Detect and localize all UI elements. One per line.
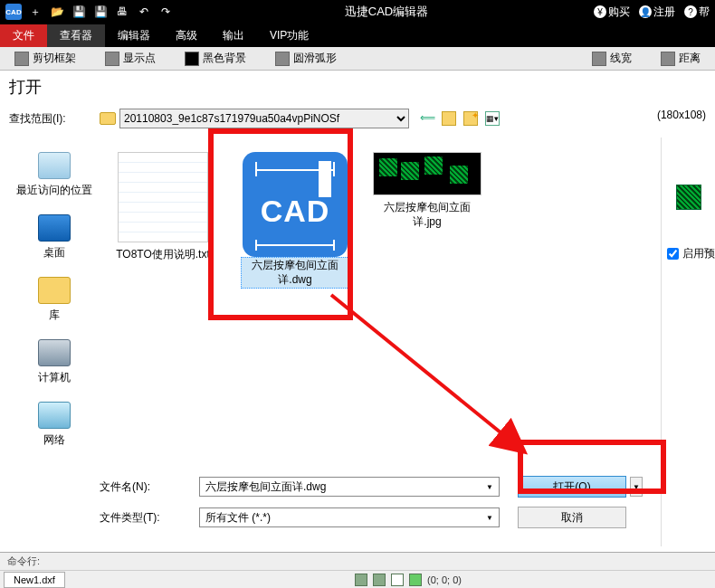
register-link[interactable]: 👤注册 bbox=[639, 5, 675, 20]
crop-icon[interactable] bbox=[14, 52, 29, 66]
place-network[interactable]: 网络 bbox=[38, 402, 71, 448]
lookin-label: 查找范围(I): bbox=[9, 111, 100, 127]
file-item-jpg[interactable]: 六层按摩包间立面详.jpg bbox=[373, 152, 481, 229]
menu-editor[interactable]: 编辑器 bbox=[105, 24, 163, 47]
dialog-title: 打开 bbox=[0, 71, 715, 101]
menu-bar: 文件 查看器 编辑器 高级 输出 VIP功能 bbox=[0, 24, 715, 47]
places-bar: 最近访问的位置 桌面 库 计算机 网络 bbox=[9, 136, 100, 479]
preview-dimensions: (180x108) bbox=[657, 109, 706, 121]
lookin-row: 查找范围(I): 20110803_9e1c87s171979ua50a4vpP… bbox=[9, 101, 706, 136]
tool-blackbg[interactable]: 黑色背景 bbox=[203, 51, 246, 66]
file-caption: 六层按摩包间立面详.jpg bbox=[373, 201, 481, 229]
sb-icon-2[interactable] bbox=[373, 574, 386, 586]
smootharc-icon[interactable] bbox=[275, 52, 290, 66]
titlebar-right: ¥购买 👤注册 ?帮 bbox=[594, 5, 715, 20]
menu-advanced[interactable]: 高级 bbox=[163, 24, 210, 47]
tool-showpoint[interactable]: 显示点 bbox=[123, 51, 156, 66]
tool-smootharc[interactable]: 圆滑弧形 bbox=[293, 51, 337, 66]
open-split-button[interactable]: ▼ bbox=[630, 477, 643, 497]
new-icon[interactable]: ＋ bbox=[27, 4, 43, 20]
open-dialog: 打开 查找范围(I): 20110803_9e1c87s171979ua50a4… bbox=[0, 71, 715, 552]
preview-panel: 启用预 bbox=[661, 138, 715, 546]
sb-icon-4[interactable] bbox=[409, 574, 422, 586]
nav-viewmode-icon[interactable]: ▦▾ bbox=[485, 111, 500, 126]
blackbg-icon[interactable] bbox=[185, 52, 199, 66]
sb-icon-1[interactable] bbox=[355, 574, 367, 586]
undo-icon[interactable]: ↶ bbox=[136, 4, 152, 20]
menu-file[interactable]: 文件 bbox=[0, 24, 47, 47]
document-tab[interactable]: New1.dxf bbox=[4, 572, 65, 588]
place-desktop[interactable]: 桌面 bbox=[38, 214, 71, 261]
nav-up-icon[interactable] bbox=[442, 111, 456, 126]
place-computer[interactable]: 计算机 bbox=[38, 339, 71, 385]
place-library[interactable]: 库 bbox=[38, 277, 71, 323]
nav-newfolder-icon[interactable]: ✦ bbox=[463, 111, 478, 126]
help-link[interactable]: ?帮 bbox=[684, 5, 710, 20]
saveas-icon[interactable]: 💾 bbox=[92, 4, 109, 20]
jpg-thumb-icon bbox=[373, 152, 481, 195]
menu-viewer[interactable]: 查看器 bbox=[47, 24, 105, 47]
distance-icon[interactable] bbox=[661, 52, 675, 66]
open-icon[interactable]: 📂 bbox=[49, 4, 65, 20]
lookin-select[interactable]: 20110803_9e1c87s171979ua50a4vpPiNOSf bbox=[119, 109, 409, 128]
status-coords: (0; 0; 0) bbox=[355, 574, 715, 586]
buy-link[interactable]: ¥购买 bbox=[594, 5, 630, 20]
file-list[interactable]: TO8TO使用说明.txt CAD 六层按摩包间立面详.dwg bbox=[100, 136, 706, 479]
tool-distance[interactable]: 距离 bbox=[679, 51, 701, 66]
save-icon[interactable]: 💾 bbox=[71, 4, 87, 20]
enable-preview-checkbox[interactable]: 启用预 bbox=[667, 246, 710, 261]
linewidth-icon[interactable] bbox=[592, 52, 606, 66]
folder-icon bbox=[100, 112, 116, 125]
showpoint-icon[interactable] bbox=[105, 52, 119, 66]
title-bar: CAD ＋ 📂 💾 💾 🖶 ↶ ↷ 迅捷CAD编辑器 ¥购买 👤注册 ?帮 bbox=[0, 0, 715, 24]
file-item-dwg[interactable]: CAD 六层按摩包间立面详.dwg bbox=[241, 152, 349, 289]
redo-icon[interactable]: ↷ bbox=[157, 4, 174, 20]
place-recent[interactable]: 最近访问的位置 bbox=[16, 152, 92, 198]
file-caption: 六层按摩包间立面详.dwg bbox=[241, 257, 349, 289]
preview-thumb-icon bbox=[676, 185, 701, 210]
filename-combo[interactable]: 六层按摩包间立面详.dwg▼ bbox=[199, 477, 500, 497]
print-icon[interactable]: 🖶 bbox=[114, 4, 130, 20]
tool-linewidth[interactable]: 线宽 bbox=[610, 51, 632, 66]
txt-thumb-icon bbox=[118, 152, 208, 242]
open-button[interactable]: 打开(O) bbox=[518, 476, 626, 498]
cad-thumb-icon: CAD bbox=[243, 152, 348, 257]
file-caption: TO8TO使用说明.txt bbox=[116, 248, 210, 262]
ribbon-toolbar: 剪切框架 显示点 黑色背景 圆滑弧形 线宽 距离 bbox=[0, 47, 715, 71]
tool-crop[interactable]: 剪切框架 bbox=[33, 51, 76, 66]
app-title: 迅捷CAD编辑器 bbox=[179, 4, 594, 20]
filename-label: 文件名(N): bbox=[100, 479, 199, 495]
nav-back-icon[interactable]: ⟸ bbox=[420, 111, 434, 126]
titlebar-quick-icons: CAD ＋ 📂 💾 💾 🖶 ↶ ↷ bbox=[0, 4, 179, 20]
cancel-button[interactable]: 取消 bbox=[518, 507, 626, 528]
filetype-combo[interactable]: 所有文件 (*.*)▼ bbox=[199, 507, 500, 527]
file-item-txt[interactable]: TO8TO使用说明.txt bbox=[109, 152, 217, 262]
app-logo-icon: CAD bbox=[5, 4, 22, 20]
command-line-label: 命令行: bbox=[0, 553, 715, 571]
menu-vip[interactable]: VIP功能 bbox=[257, 24, 321, 47]
status-bar: 命令行: New1.dxf (0; 0; 0) bbox=[0, 552, 715, 588]
filetype-label: 文件类型(T): bbox=[100, 510, 199, 526]
sb-icon-3[interactable] bbox=[391, 574, 404, 586]
menu-output[interactable]: 输出 bbox=[210, 24, 257, 47]
